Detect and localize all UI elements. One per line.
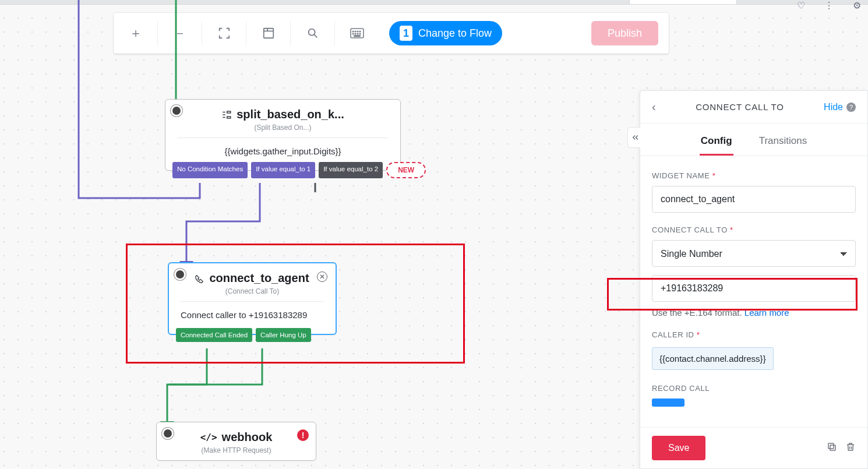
svg-rect-11 [354,36,360,37]
widget-title: webhook [222,431,273,444]
svg-rect-13 [828,443,834,449]
change-to-flow-button[interactable]: 1 Change to Flow [389,21,502,45]
panel-title: CONNECT CALL TO [696,102,784,112]
label-connect-to: CONNECT CALL TO * [652,225,856,234]
split-icon [221,110,232,120]
topbar [0,0,868,5]
svg-point-10 [359,33,361,34]
canvas-toolbar: ＋ － 1 Change to Flow Publish [114,13,669,54]
code-icon: </> [200,432,217,443]
new-transition-button[interactable]: NEW [386,162,426,178]
svg-rect-0 [263,29,273,38]
svg-point-8 [355,33,356,34]
search-button[interactable] [291,13,334,54]
top-right-icons: ♡ ⋮ ⚙ [796,1,862,10]
zoom-in-button[interactable]: ＋ [114,13,157,54]
hide-button[interactable]: Hide ? [824,102,856,112]
tab-transitions[interactable]: Transitions [758,129,809,156]
widget-transitions: No Condition Matches If value equal_to 1… [172,162,426,178]
zoom-out-button[interactable]: － [158,13,202,54]
anchor-in-icon[interactable] [172,107,181,115]
widget-subtitle: (Split Based On...) [165,124,400,137]
transition-tag[interactable]: If value equal_to 2 [319,162,383,178]
svg-point-4 [355,31,356,32]
delete-icon[interactable] [845,442,856,455]
flow-badge: 1 [400,26,412,41]
keyboard-button[interactable] [335,13,379,54]
widget-webhook[interactable]: ! </> webhook (Make HTTP Request) [156,422,316,461]
tab-config[interactable]: Config [700,129,733,156]
publish-button[interactable]: Publish [591,21,658,45]
fit-button[interactable] [202,13,246,54]
svg-rect-12 [830,445,835,450]
help-icon[interactable]: ? [846,103,856,112]
heart-icon[interactable]: ♡ [796,2,806,10]
back-button[interactable]: ‹ [652,100,656,114]
transition-tag[interactable]: No Condition Matches [172,162,248,178]
gear-icon[interactable]: ⚙ [852,2,862,10]
widget-subtitle: (Make HTTP Request) [157,446,316,460]
svg-point-6 [359,31,361,32]
error-icon[interactable]: ! [297,429,309,441]
label-widget-name: WIDGET NAME * [652,171,856,180]
svg-point-7 [352,33,354,34]
record-toggle[interactable] [652,399,684,407]
svg-point-1 [308,29,315,36]
save-button[interactable]: Save [652,436,705,460]
widget-title: split_based_on_k... [237,108,344,121]
panel-header: ‹ CONNECT CALL TO Hide ? [640,91,867,124]
widgets-button[interactable] [246,13,290,54]
top-input[interactable] [629,0,737,5]
flow-label: Change to Flow [418,27,492,40]
svg-point-5 [357,31,358,32]
dots-icon[interactable]: ⋮ [824,2,834,10]
highlight-box [607,278,858,311]
panel-tabs: Config Transitions [640,124,867,156]
widget-name-input[interactable] [652,186,856,213]
collapse-panel-button[interactable] [627,127,640,148]
anchor-in-icon[interactable] [164,429,172,438]
svg-point-9 [357,33,358,34]
caller-id-input[interactable]: {{contact.channel.address}} [652,347,774,370]
connect-to-select[interactable]: Single Number [652,240,856,267]
label-record: RECORD CALL [652,384,856,393]
highlight-box [126,244,465,364]
transition-tag[interactable]: If value equal_to 1 [251,162,315,178]
svg-point-3 [352,31,354,32]
widget-split[interactable]: split_based_on_k... (Split Based On...) … [165,99,401,171]
label-caller-id: CALLER ID * [652,330,856,339]
panel-footer: Save [640,427,867,468]
duplicate-icon[interactable] [827,442,837,455]
